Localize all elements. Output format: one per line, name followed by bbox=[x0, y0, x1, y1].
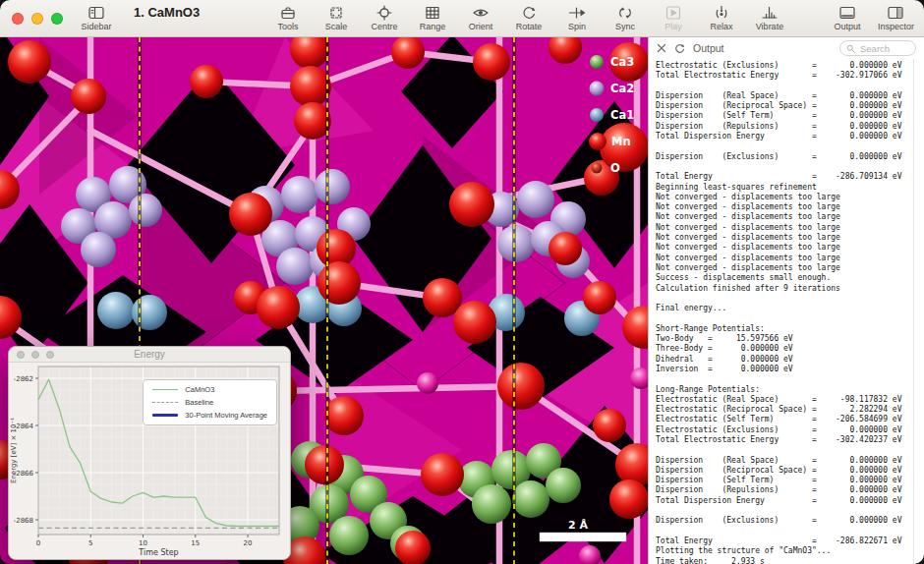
spin-icon bbox=[567, 5, 587, 21]
legend-entry-camno3: CaMnO3 bbox=[152, 385, 267, 394]
legend-mn-label: Mn bbox=[611, 135, 631, 148]
svg-text:0: 0 bbox=[36, 539, 40, 547]
sync-button[interactable]: Sync bbox=[607, 5, 643, 31]
minimize-window-button[interactable] bbox=[31, 13, 43, 25]
tools-icon bbox=[278, 5, 298, 21]
sidebar-toggle-button[interactable]: Sidebar bbox=[79, 5, 114, 31]
legend-ca3-label: Ca3 bbox=[610, 55, 634, 69]
output-toggle-button[interactable]: Output bbox=[830, 5, 865, 31]
tools-button[interactable]: Tools bbox=[270, 5, 306, 31]
output-panel-header: Output bbox=[649, 37, 924, 59]
orient-eye-icon bbox=[471, 5, 491, 21]
window-title: 1. CaMnO3 bbox=[134, 5, 200, 32]
output-console-text: Electrostatic (Exclusions) = 0.000000 eV… bbox=[649, 59, 924, 564]
svg-text:-2862: -2862 bbox=[14, 375, 33, 383]
sidebar-label: Sidebar bbox=[81, 22, 111, 31]
sidebar-icon bbox=[87, 5, 106, 21]
green-line-swatch bbox=[152, 389, 178, 390]
orient-button[interactable]: Orient bbox=[463, 5, 498, 31]
spin-button[interactable]: Spin bbox=[559, 5, 595, 31]
blue-line-swatch bbox=[152, 414, 178, 417]
zoom-window-button[interactable] bbox=[51, 13, 63, 25]
energy-window-title: Energy bbox=[9, 349, 290, 360]
svg-text:Time Step: Time Step bbox=[138, 548, 178, 557]
scale-button[interactable]: Scale bbox=[318, 5, 354, 31]
refresh-output-icon[interactable] bbox=[674, 43, 685, 54]
legend-entry-moving-average: 30-Point Moving Average bbox=[152, 411, 267, 420]
range-button[interactable]: Range bbox=[415, 5, 450, 31]
energy-chart-window: Energy -2862-2864-2866-286805101520Time … bbox=[8, 346, 291, 560]
app-window: Sidebar 1. CaMnO3 Tools Scale bbox=[0, 0, 924, 564]
titlebar[interactable]: Sidebar 1. CaMnO3 Tools Scale bbox=[0, 0, 924, 37]
rotate-icon bbox=[519, 5, 539, 21]
dashed-line-swatch bbox=[152, 402, 178, 403]
legend-ca2-sphere bbox=[590, 82, 605, 96]
centre-icon bbox=[375, 5, 394, 21]
output-panel: Output Electrostatic (Exclusions) = 0.00… bbox=[648, 37, 924, 564]
energy-window-titlebar[interactable]: Energy bbox=[9, 347, 290, 363]
play-button: Play bbox=[656, 5, 691, 31]
toolbar: Tools Scale Centre bbox=[270, 5, 914, 31]
inspector-toggle-button[interactable]: Inspector bbox=[878, 5, 914, 31]
legend-ca3-sphere bbox=[590, 55, 604, 69]
sync-icon bbox=[615, 5, 635, 21]
svg-text:5: 5 bbox=[88, 539, 92, 547]
scale-icon bbox=[326, 5, 346, 21]
close-output-icon[interactable] bbox=[657, 43, 666, 53]
svg-text:Energy [eV] × 10⁻¹: Energy [eV] × 10⁻¹ bbox=[10, 418, 18, 483]
legend-o-label: O bbox=[610, 161, 620, 175]
svg-text:20: 20 bbox=[244, 539, 253, 547]
scale-bar-label: 2 Å bbox=[568, 519, 588, 532]
output-panel-title: Output bbox=[693, 42, 724, 54]
legend-o-sphere bbox=[592, 163, 603, 174]
energy-chart-legend: CaMnO3 Baseline 30-Point Moving Average bbox=[143, 379, 277, 425]
legend-ca2-label: Ca2 bbox=[610, 82, 634, 95]
traffic-lights bbox=[12, 13, 63, 25]
search-icon bbox=[846, 44, 855, 53]
svg-text:-2868: -2868 bbox=[14, 517, 33, 525]
close-window-button[interactable] bbox=[12, 13, 24, 25]
svg-text:15: 15 bbox=[191, 539, 200, 547]
vibrate-icon bbox=[760, 5, 780, 21]
inspector-panel-icon bbox=[886, 5, 905, 21]
legend-ca1-label: Ca1 bbox=[610, 108, 634, 122]
search-input[interactable] bbox=[858, 42, 909, 55]
relax-button[interactable]: Relax bbox=[704, 5, 739, 31]
legend-entry-baseline: Baseline bbox=[152, 398, 267, 407]
legend-mn-sphere bbox=[589, 133, 606, 150]
output-search-field[interactable] bbox=[839, 40, 916, 56]
legend-ca1-sphere bbox=[590, 108, 604, 122]
vibrate-button[interactable]: Vibrate bbox=[752, 5, 787, 31]
centre-button[interactable]: Centre bbox=[367, 5, 402, 31]
play-icon bbox=[664, 5, 683, 21]
rotate-button[interactable]: Rotate bbox=[511, 5, 547, 31]
output-panel-icon bbox=[837, 5, 857, 21]
svg-text:10: 10 bbox=[139, 539, 147, 547]
range-icon bbox=[423, 5, 442, 21]
relax-icon bbox=[712, 5, 731, 21]
